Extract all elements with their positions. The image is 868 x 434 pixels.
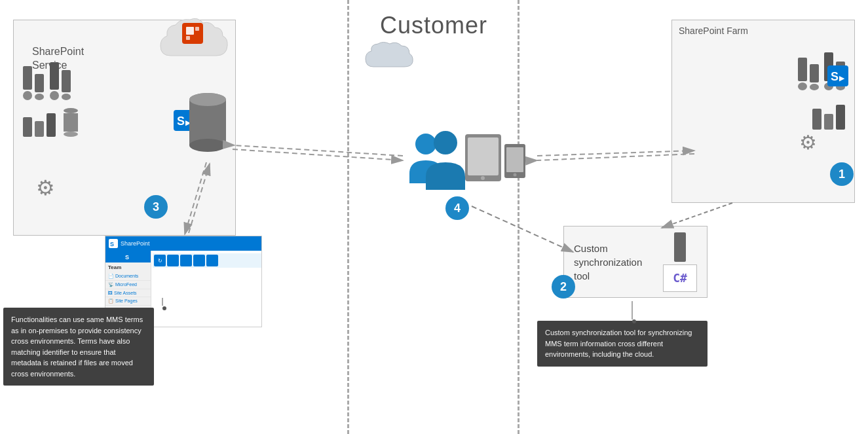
svg-rect-3 [186,36,190,40]
sidebar-site-assets: 🖼 Site Assets [105,289,151,297]
svg-line-34 [662,203,732,228]
devices-icon [465,131,531,206]
sync-tool-box: Custom synchronization tool C# [563,226,708,298]
svg-point-15 [434,131,457,154]
svg-line-28 [233,149,403,160]
gear-right-icon: ⚙ [799,131,817,154]
svg-rect-20 [506,147,523,172]
svg-text:S: S [110,241,114,247]
office-cloud-icon [157,13,229,75]
servers-left-group [23,62,71,100]
svg-text:S: S [125,254,129,261]
middle-cloud-icon [364,39,416,78]
sp-logo-right: S ▶ [827,65,848,89]
thumbnail-header-text: SharePoint [121,240,150,247]
svg-text:S: S [831,70,839,83]
svg-line-32 [537,154,694,160]
gear-left-icon: ⚙ [36,175,55,200]
divider-left [347,0,349,434]
svg-point-21 [514,173,517,177]
tooltip-left: Functionalities can use same MMS terms a… [3,308,154,386]
main-diagram: Customer SharePointService SharePoint Fa… [0,0,868,434]
csharp-label: C# [663,264,697,292]
badge-4: 4 [445,196,469,220]
tooltip-right: Custom synchronization tool for synchron… [537,321,708,367]
svg-rect-8 [189,99,226,145]
badge-3: 3 [144,195,168,219]
sync-tool-text: Custom synchronization tool [574,242,659,283]
sidebar-microfeed: 📡 MicroFeed [105,281,151,289]
svg-point-14 [415,134,436,154]
svg-point-9 [189,139,226,152]
svg-rect-1 [186,27,194,35]
servers-right-group2 [812,105,845,130]
sidebar-site-pages: 📋 Site Pages [105,297,151,306]
svg-line-33 [537,151,694,156]
divider-right [518,0,519,434]
svg-line-29 [235,145,403,156]
database-cylinder [187,92,229,160]
svg-point-10 [189,93,226,106]
badge-2: 2 [552,275,575,298]
svg-rect-2 [195,27,199,31]
sidebar-documents: 📄 Documents [105,272,151,281]
connector-dot-right [632,319,636,323]
svg-text:S: S [177,115,185,128]
badge-1: 1 [830,162,854,186]
thumbnail-team-label: Team [105,262,151,272]
customer-label: Customer [380,12,487,39]
svg-point-18 [481,176,485,180]
svg-line-35 [472,206,573,252]
servers-left-group2 [23,108,78,137]
sp-farm-label: SharePoint Farm [679,26,748,36]
connector-dot-left [162,306,166,310]
svg-rect-17 [468,137,499,175]
thumbnail-header: S SharePoint [105,236,261,251]
svg-text:▶: ▶ [839,75,845,82]
